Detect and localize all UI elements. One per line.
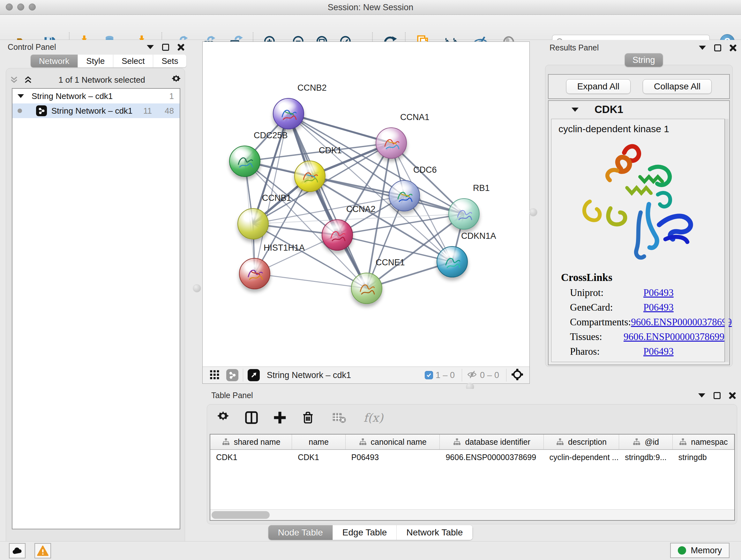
float-panel-icon[interactable] <box>162 44 169 51</box>
crosslink-label: Compartments: <box>570 316 631 328</box>
tab-network[interactable]: Network <box>30 55 78 67</box>
column-label: canonical name <box>371 437 427 447</box>
column-type-icon <box>453 438 461 446</box>
node-structure-image <box>453 203 476 226</box>
column-header-canonical-name[interactable]: canonical name <box>346 435 440 449</box>
delete-column-button[interactable] <box>301 411 315 425</box>
float-panel-icon[interactable] <box>714 392 721 399</box>
crosslink-link[interactable]: 9606.ENSP00000378699 <box>631 316 732 328</box>
tab-network-table[interactable]: Network Table <box>397 525 473 540</box>
table-settings-button[interactable] <box>216 411 230 425</box>
string-actions: Expand All Collapse All <box>548 74 730 99</box>
network-node-cdk1[interactable] <box>294 161 326 192</box>
crosslink-link[interactable]: P06493 <box>643 287 674 299</box>
float-panel-icon[interactable] <box>714 44 721 51</box>
table-cell[interactable]: CDK1 <box>292 450 346 465</box>
network-node-ccna1[interactable] <box>376 127 407 159</box>
scrollbar-thumb[interactable] <box>212 511 270 519</box>
gear-icon[interactable] <box>171 74 182 85</box>
show-columns-button[interactable] <box>244 410 259 425</box>
column-type-icon <box>359 438 367 446</box>
warning-button[interactable] <box>35 543 51 558</box>
network-row[interactable]: String Network – cdk1 11 48 <box>12 104 180 118</box>
panel-menu-icon[interactable] <box>147 45 154 49</box>
network-view[interactable]: CCNB2CCNA1CDC25BCDK1CDC6RB1CCNB1CCNA2CDK… <box>202 42 530 384</box>
network-node-ccnb1[interactable] <box>238 208 269 240</box>
tab-style[interactable]: Style <box>78 55 113 67</box>
titlebar: Session: New Session <box>0 0 741 15</box>
left-splitter-grip[interactable] <box>193 284 201 293</box>
network-node-cdkn1a[interactable] <box>436 246 468 277</box>
network-node-ccne1[interactable] <box>351 273 382 304</box>
node-label-ccnb1: CCNB1 <box>262 193 291 203</box>
network-canvas[interactable]: CCNB2CCNA1CDC25BCDK1CDC6RB1CCNB1CCNA2CDK… <box>203 42 529 367</box>
table-cell[interactable]: stringdb:9... <box>619 450 673 465</box>
collapse-all-icon[interactable] <box>9 76 19 84</box>
network-node-rb1[interactable] <box>448 198 480 230</box>
crosslink-row: Pharos:P06493 <box>551 344 724 359</box>
table-cell[interactable]: cyclin-dependent ... <box>544 450 619 465</box>
memory-button[interactable]: Memory <box>670 543 730 558</box>
column-header-name[interactable]: name <box>292 435 346 449</box>
network-edge[interactable] <box>288 114 391 143</box>
column-header-namespac[interactable]: namespac <box>673 435 734 449</box>
node-structure-image <box>356 277 379 300</box>
table-cell[interactable]: P06493 <box>346 450 440 465</box>
close-panel-icon[interactable] <box>730 44 737 51</box>
section-expand-icon[interactable] <box>571 108 579 112</box>
node-table[interactable]: shared namenamecanonical namedatabase id… <box>210 434 735 521</box>
table-cell[interactable]: 9606.ENSP00000378699 <box>440 450 543 465</box>
network-collection-row[interactable]: String Network – cdk1 1 <box>12 89 180 104</box>
tab-select[interactable]: Select <box>113 55 153 67</box>
network-share-icon[interactable] <box>226 369 239 381</box>
column-header-database-identifier[interactable]: database identifier <box>440 435 543 449</box>
delete-table-button[interactable] <box>332 410 346 425</box>
panel-menu-icon[interactable] <box>699 46 706 50</box>
table-cell[interactable]: CDK1 <box>210 450 292 465</box>
table-cell[interactable]: stringdb <box>673 450 734 465</box>
network-node-ccna2[interactable] <box>322 219 353 251</box>
crosslink-link[interactable]: 9606.ENSP00000378699 <box>623 331 724 343</box>
collapse-all-button[interactable]: Collapse All <box>643 79 712 94</box>
selected-nodes-checkbox[interactable] <box>425 371 433 379</box>
string-results-container: Expand All Collapse All CDK1 cyclin-depe… <box>545 65 733 367</box>
network-node-hist1h1a[interactable] <box>239 258 270 289</box>
network-node-cdc25b[interactable] <box>229 145 260 177</box>
close-panel-icon[interactable] <box>178 44 185 51</box>
tab-node-table[interactable]: Node Table <box>268 525 333 540</box>
panel-menu-icon[interactable] <box>698 393 705 397</box>
open-in-window-icon[interactable] <box>248 369 260 381</box>
pan-crosshair-icon[interactable] <box>511 368 524 382</box>
tab-sets[interactable]: Sets <box>153 55 186 67</box>
close-panel-icon[interactable] <box>729 392 736 399</box>
network-edge[interactable] <box>255 273 367 288</box>
edge-count: 48 <box>165 106 174 116</box>
collection-expand-icon[interactable] <box>17 94 24 98</box>
column-header-shared-name[interactable]: shared name <box>210 435 292 449</box>
statusbar: Memory <box>0 541 741 560</box>
network-edge[interactable] <box>288 114 367 288</box>
right-splitter-grip[interactable] <box>529 208 537 216</box>
crosslink-link[interactable]: P06493 <box>643 302 674 313</box>
table-row[interactable]: CDK1CDK1P064939606.ENSP00000378699cyclin… <box>210 450 734 465</box>
cloud-button[interactable] <box>9 543 25 558</box>
column-header--id[interactable]: @id <box>619 435 673 449</box>
column-type-icon <box>556 438 564 446</box>
birdseye-view-icon[interactable] <box>210 369 220 381</box>
gene-section-header[interactable]: CDK1 <box>549 101 729 118</box>
expand-all-icon[interactable] <box>23 76 33 84</box>
results-scrollbar[interactable] <box>725 119 729 362</box>
node-label-cdkn1a: CDKN1A <box>461 231 496 241</box>
network-edge[interactable] <box>310 176 464 214</box>
create-column-button[interactable] <box>273 411 287 425</box>
network-node-cdc6[interactable] <box>389 180 420 211</box>
expand-all-button[interactable]: Expand All <box>566 79 630 94</box>
tab-string[interactable]: String <box>625 53 663 67</box>
column-header-description[interactable]: description <box>544 435 619 449</box>
tab-edge-table[interactable]: Edge Table <box>333 525 397 540</box>
horizontal-scrollbar[interactable] <box>210 509 734 520</box>
network-view-toolbar: String Network – cdk1 1 – 0 0 – 0 <box>203 367 529 383</box>
function-builder-button[interactable]: f(x) <box>363 411 383 424</box>
network-node-ccnb2[interactable] <box>273 98 304 129</box>
crosslink-link[interactable]: P06493 <box>643 346 674 357</box>
